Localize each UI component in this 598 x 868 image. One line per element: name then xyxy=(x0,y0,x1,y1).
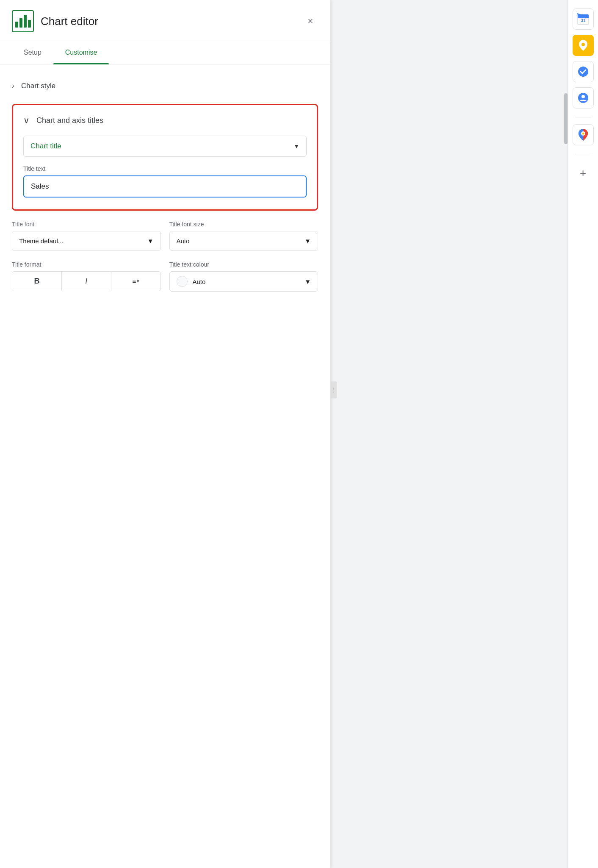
panel-header: Chart editor × xyxy=(0,0,330,41)
right-sidebar: 31 xyxy=(568,0,598,868)
title-font-size-dropdown-arrow-icon: ▼ xyxy=(305,237,311,245)
bar3 xyxy=(24,15,27,28)
title-type-value: Chart title xyxy=(30,142,61,150)
maps-icon xyxy=(578,128,589,142)
chart-editor-panel: Chart editor × Setup Customise › Chart s… xyxy=(0,0,330,868)
title-text-label: Title text xyxy=(23,165,307,172)
resize-handle[interactable]: ⋮ xyxy=(330,381,337,398)
chart-titles-section-label: Chart and axis titles xyxy=(36,116,103,125)
align-dropdown-arrow-icon: ▾ xyxy=(137,278,139,284)
page-wrapper: Chart editor × Setup Customise › Chart s… xyxy=(0,0,598,868)
svg-point-11 xyxy=(582,133,584,135)
panel-header-left: Chart editor xyxy=(12,10,98,32)
chart-bars-icon xyxy=(15,15,31,28)
align-button[interactable]: ≡ ▾ xyxy=(111,272,161,291)
panel-tabs: Setup Customise xyxy=(0,41,330,64)
scrollbar-thumb[interactable] xyxy=(564,93,568,144)
title-colour-dropdown[interactable]: Auto ▼ xyxy=(169,271,318,292)
title-font-size-dropdown[interactable]: Auto ▼ xyxy=(169,231,318,251)
tab-customise[interactable]: Customise xyxy=(53,41,109,64)
bar1 xyxy=(15,22,18,28)
add-extension-button[interactable]: + xyxy=(575,164,592,181)
title-font-size-label: Title font size xyxy=(169,221,318,228)
font-col: Title font Theme defaul... ▼ xyxy=(12,221,161,251)
scrollbar-track xyxy=(564,76,568,331)
svg-rect-2 xyxy=(578,17,589,18)
panel-content: › Chart style ∨ Chart and axis titles Ch… xyxy=(0,64,330,868)
chart-style-label: Chart style xyxy=(21,82,55,90)
sidebar-icon-tasks[interactable] xyxy=(573,61,594,82)
colour-swatch xyxy=(177,276,188,287)
italic-button[interactable]: I xyxy=(62,272,111,291)
svg-point-7 xyxy=(578,67,588,77)
font-size-row: Title font Theme defaul... ▼ Title font … xyxy=(12,221,318,251)
bar4 xyxy=(28,20,31,28)
calendar-icon: 31 xyxy=(577,13,590,25)
keep-icon xyxy=(578,39,589,52)
title-type-dropdown-arrow-icon: ▼ xyxy=(293,143,299,150)
title-colour-value: Auto xyxy=(193,278,206,285)
chart-icon-box xyxy=(12,10,34,32)
title-font-dropdown-arrow-icon: ▼ xyxy=(147,237,154,245)
tab-setup[interactable]: Setup xyxy=(12,41,53,64)
svg-point-9 xyxy=(581,95,585,98)
format-colour-row: Title format B I ≡ ▾ xyxy=(12,261,318,292)
chevron-right-icon: › xyxy=(12,81,14,90)
sidebar-icon-contacts[interactable] xyxy=(573,87,594,108)
sidebar-divider-2 xyxy=(576,154,591,154)
svg-text:31: 31 xyxy=(581,18,586,23)
title-font-dropdown[interactable]: Theme defaul... ▼ xyxy=(12,231,161,251)
tasks-icon xyxy=(577,66,589,78)
close-button[interactable]: × xyxy=(303,14,318,29)
title-font-label: Title font xyxy=(12,221,161,228)
colour-dropdown-arrow-icon: ▼ xyxy=(305,278,311,285)
title-type-dropdown[interactable]: Chart title ▼ xyxy=(23,136,307,157)
title-font-size-value: Auto xyxy=(177,237,190,245)
chart-axis-titles-section: ∨ Chart and axis titles Chart title ▼ Ti… xyxy=(12,104,318,211)
title-text-input[interactable] xyxy=(23,175,307,198)
chart-titles-expand-header[interactable]: ∨ Chart and axis titles xyxy=(23,115,307,125)
sidebar-icon-maps[interactable] xyxy=(573,124,594,145)
format-buttons-group: B I ≡ ▾ xyxy=(12,271,161,291)
chevron-down-icon: ∨ xyxy=(23,115,30,125)
sidebar-icon-calendar[interactable]: 31 xyxy=(573,8,594,30)
title-format-label: Title format xyxy=(12,261,161,268)
title-font-value: Theme defaul... xyxy=(19,237,63,245)
bold-button[interactable]: B xyxy=(12,272,62,291)
chart-style-section-header[interactable]: › Chart style xyxy=(12,75,318,97)
format-col: Title format B I ≡ ▾ xyxy=(12,261,161,292)
contacts-icon xyxy=(577,92,589,104)
svg-point-6 xyxy=(581,43,585,46)
bar2 xyxy=(19,18,22,28)
colour-col: Title text colour Auto ▼ xyxy=(169,261,318,292)
panel-title: Chart editor xyxy=(41,15,98,28)
sidebar-icon-keep[interactable] xyxy=(573,35,594,56)
title-text-colour-label: Title text colour xyxy=(169,261,318,268)
sidebar-divider xyxy=(576,117,591,117)
font-size-col: Title font size Auto ▼ xyxy=(169,221,318,251)
